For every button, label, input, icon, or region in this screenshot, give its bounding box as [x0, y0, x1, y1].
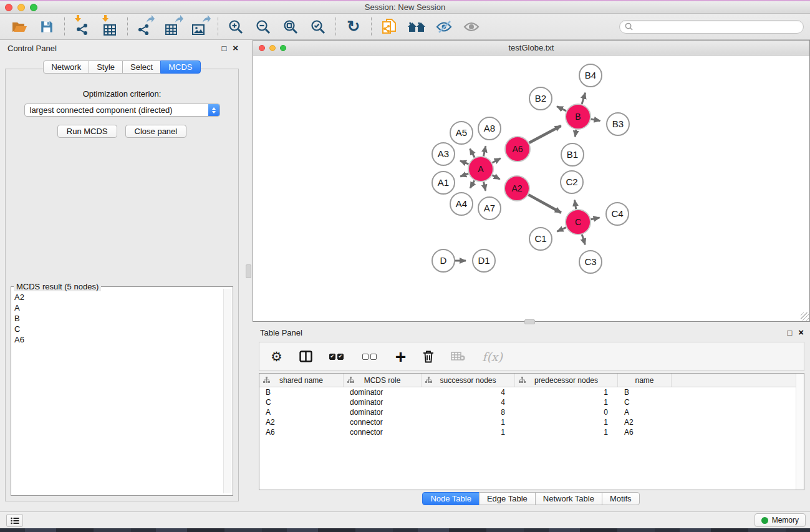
node-B2[interactable]: B2 — [529, 87, 552, 110]
column-header-name[interactable]: name — [618, 374, 672, 387]
hide-selected-button[interactable] — [433, 16, 455, 37]
edge-C-C1[interactable] — [557, 228, 566, 231]
node-table-row-A6[interactable]: A6connector11A6 — [259, 427, 804, 437]
node-A6[interactable]: A6 — [505, 137, 530, 162]
cell[interactable]: A6 — [259, 428, 344, 437]
cell[interactable]: A6 — [618, 428, 672, 437]
mcds-result-item[interactable]: A — [12, 302, 222, 313]
tab-edge-table[interactable]: Edge Table — [479, 492, 536, 505]
export-network-button[interactable] — [135, 16, 156, 37]
node-A8[interactable]: A8 — [478, 117, 501, 140]
node-A5[interactable]: A5 — [450, 122, 473, 144]
cell[interactable]: 1 — [422, 418, 515, 427]
node-B4[interactable]: B4 — [579, 64, 602, 87]
column-header-mcds-role[interactable]: MCDS role — [344, 374, 422, 387]
delete-row-button[interactable] — [423, 346, 434, 367]
cell[interactable]: 4 — [422, 388, 515, 397]
cell[interactable]: C — [259, 398, 344, 407]
cell[interactable]: 1 — [422, 428, 515, 437]
cell[interactable]: dominator — [344, 408, 422, 417]
node-table-row-A2[interactable]: A2connector11A2 — [259, 417, 804, 427]
tab-network-table[interactable]: Network Table — [535, 492, 602, 505]
window-resize-grip[interactable] — [801, 312, 809, 321]
float-panel-icon[interactable]: □ — [221, 44, 226, 53]
tab-motifs[interactable]: Motifs — [602, 492, 640, 505]
node-A4[interactable]: A4 — [450, 193, 473, 215]
close-panel-icon[interactable]: × — [233, 44, 238, 53]
deselect-all-button[interactable] — [362, 346, 378, 367]
tab-network[interactable]: Network — [43, 60, 89, 74]
cell[interactable]: dominator — [344, 388, 422, 397]
node-C[interactable]: C — [566, 210, 591, 235]
node-B3[interactable]: B3 — [607, 113, 629, 135]
node-C4[interactable]: C4 — [606, 203, 629, 225]
cell[interactable]: A — [259, 408, 344, 417]
close-table-panel-icon[interactable]: × — [798, 328, 804, 337]
criterion-select[interactable]: largest connected component (directed) — [24, 104, 220, 117]
float-table-panel-icon[interactable]: □ — [787, 328, 792, 337]
cell[interactable]: B — [259, 388, 344, 397]
cell[interactable]: A — [618, 408, 672, 417]
cell[interactable]: connector — [344, 418, 422, 427]
mcds-result-item[interactable]: A2 — [12, 292, 222, 302]
cell[interactable]: connector — [344, 428, 422, 437]
zoom-out-button[interactable] — [253, 16, 274, 37]
result-scrollbar[interactable] — [223, 289, 231, 493]
network-canvas[interactable]: B4B2BB3A5A8A6B1A3AA1C2A2A4A7C4CC1C3DD1 — [253, 56, 809, 321]
task-history-button[interactable] — [6, 514, 23, 527]
tab-select[interactable]: Select — [122, 60, 161, 74]
close-panel-button[interactable]: Close panel — [125, 125, 187, 138]
tab-node-table[interactable]: Node Table — [422, 492, 480, 505]
node-C1[interactable]: C1 — [529, 228, 552, 250]
node-A7[interactable]: A7 — [478, 197, 501, 220]
node-A[interactable]: A — [468, 157, 493, 181]
search-field[interactable] — [619, 20, 804, 34]
tab-style[interactable]: Style — [89, 60, 123, 74]
vertical-splitter-handle[interactable] — [246, 264, 251, 278]
cell[interactable]: A2 — [259, 418, 344, 427]
cell[interactable]: B — [618, 388, 672, 397]
node-A1[interactable]: A1 — [432, 172, 455, 194]
cell[interactable]: C — [618, 398, 672, 407]
function-builder-button[interactable]: f(x) — [482, 346, 503, 367]
edge-C-C2[interactable] — [574, 200, 576, 210]
node-B1[interactable]: B1 — [561, 143, 584, 166]
edge-A-A7[interactable] — [484, 181, 486, 190]
node-table-row-A[interactable]: Adominator80A — [259, 407, 804, 417]
cell[interactable]: A2 — [618, 418, 672, 427]
column-header-successor-nodes[interactable]: successor nodes — [422, 374, 515, 387]
node-A3[interactable]: A3 — [432, 143, 455, 165]
node-table-row-C[interactable]: Cdominator41C — [259, 397, 804, 407]
export-table-button[interactable] — [162, 16, 183, 37]
mcds-result-item[interactable]: B — [12, 313, 222, 324]
select-all-button[interactable]: ✔✔ — [329, 346, 345, 367]
edge-A-A6[interactable] — [492, 158, 500, 163]
home-button[interactable] — [406, 16, 427, 37]
edge-A6-B[interactable] — [529, 126, 561, 143]
mcds-result-item[interactable]: A6 — [12, 334, 222, 345]
cell[interactable]: 1 — [515, 398, 618, 407]
run-mcds-button[interactable]: Run MCDS — [57, 125, 117, 138]
node-A2[interactable]: A2 — [504, 176, 529, 201]
edge-B-B4[interactable] — [582, 93, 585, 104]
cell[interactable]: 0 — [515, 408, 618, 417]
column-header-shared-name[interactable]: shared name — [259, 374, 344, 387]
show-column-button[interactable] — [299, 346, 312, 367]
edge-A-A8[interactable] — [483, 146, 485, 156]
table-scrollbar[interactable] — [796, 374, 804, 490]
column-header-predecessor-nodes[interactable]: predecessor nodes — [515, 374, 618, 387]
edge-B-B3[interactable] — [591, 119, 600, 121]
edge-A-A1[interactable] — [460, 173, 468, 177]
memory-button[interactable]: Memory — [755, 513, 806, 527]
node-C2[interactable]: C2 — [561, 171, 583, 193]
cell[interactable]: dominator — [344, 398, 422, 407]
network-window-title-bar[interactable]: testGlobe.txt — [253, 41, 809, 56]
node-D1[interactable]: D1 — [473, 249, 495, 272]
node-D[interactable]: D — [432, 249, 455, 272]
horizontal-splitter-handle[interactable] — [524, 319, 535, 324]
edge-B-B1[interactable] — [575, 130, 576, 137]
cell[interactable]: 4 — [422, 398, 515, 407]
node-table-row-B[interactable]: Bdominator41B — [259, 387, 804, 397]
add-row-button[interactable]: + — [395, 346, 407, 367]
zoom-in-button[interactable] — [225, 16, 246, 37]
